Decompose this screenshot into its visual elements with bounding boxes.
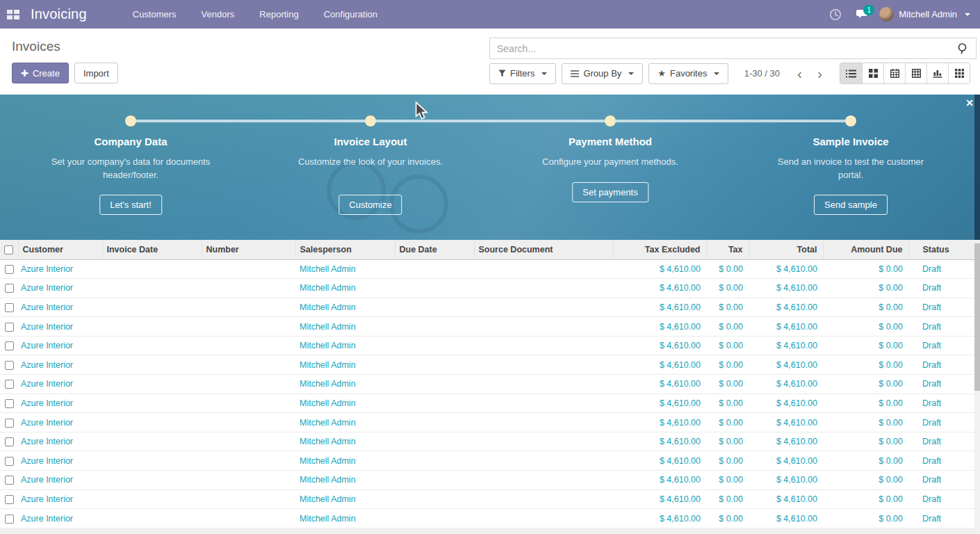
row-checkbox[interactable] [5, 476, 14, 485]
cell-number[interactable] [202, 509, 295, 528]
cell-tax-excluded[interactable]: $ 4,610.00 [613, 336, 706, 355]
search-input[interactable] [490, 43, 950, 54]
cell-customer[interactable]: Azure Interior [18, 279, 102, 298]
cell-due-date[interactable] [395, 259, 474, 279]
cell-number[interactable] [202, 375, 295, 394]
cell-status[interactable]: Draft [908, 509, 980, 528]
cell-amount-due[interactable]: $ 0.00 [823, 298, 908, 317]
cell-status[interactable]: Draft [908, 375, 980, 394]
col-status[interactable]: Status [908, 240, 980, 259]
cell-total[interactable]: $ 4,610.00 [749, 509, 823, 528]
cell-amount-due[interactable]: $ 0.00 [823, 394, 908, 413]
pivot-view-icon[interactable] [905, 63, 926, 83]
cell-total[interactable]: $ 4,610.00 [749, 298, 823, 317]
cell-total[interactable]: $ 4,610.00 [749, 432, 823, 451]
cell-customer[interactable]: Azure Interior [18, 509, 102, 528]
app-brand-title[interactable]: Invoicing [31, 6, 87, 22]
cell-source-document[interactable] [474, 490, 613, 509]
cell-tax[interactable]: $ 0.00 [706, 259, 749, 279]
create-button[interactable]: ✚ Create [12, 63, 69, 83]
cell-salesperson[interactable]: Mitchell Admin [295, 298, 395, 317]
cell-tax[interactable]: $ 0.00 [706, 394, 749, 413]
cell-invoice-date[interactable] [102, 490, 202, 509]
cell-invoice-date[interactable] [102, 355, 202, 375]
cell-customer[interactable]: Azure Interior [18, 490, 102, 509]
cell-salesperson[interactable]: Mitchell Admin [295, 432, 395, 451]
cell-tax-excluded[interactable]: $ 4,610.00 [613, 413, 706, 432]
cell-total[interactable]: $ 4,610.00 [749, 336, 823, 355]
set-payments-button[interactable]: Set payments [572, 182, 648, 202]
cell-tax-excluded[interactable]: $ 4,610.00 [613, 509, 706, 528]
cell-tax[interactable]: $ 0.00 [706, 375, 749, 394]
cell-tax-excluded[interactable]: $ 4,610.00 [613, 451, 706, 471]
invoice-row[interactable]: Azure Interior Mitchell Admin $ 4,610.00… [0, 336, 980, 355]
cell-amount-due[interactable]: $ 0.00 [823, 413, 908, 432]
invoice-row[interactable]: Azure Interior Mitchell Admin $ 4,610.00… [0, 259, 980, 279]
col-invoice-date[interactable]: Invoice Date [102, 240, 202, 259]
apps-menu-icon[interactable] [0, 0, 26, 29]
cell-tax[interactable]: $ 0.00 [706, 413, 749, 432]
cell-number[interactable] [202, 279, 295, 298]
cell-amount-due[interactable]: $ 0.00 [823, 509, 908, 528]
cell-invoice-date[interactable] [102, 471, 202, 490]
cell-customer[interactable]: Azure Interior [18, 355, 102, 375]
cell-amount-due[interactable]: $ 0.00 [823, 432, 908, 451]
cell-total[interactable]: $ 4,610.00 [749, 279, 823, 298]
cell-number[interactable] [202, 490, 295, 509]
calendar-view-icon[interactable] [883, 63, 905, 83]
menu-configuration[interactable]: Configuration [311, 0, 390, 29]
cell-amount-due[interactable]: $ 0.00 [823, 355, 908, 375]
col-customer[interactable]: Customer [18, 240, 102, 259]
select-all-checkbox[interactable] [4, 245, 13, 254]
cell-due-date[interactable] [395, 279, 474, 298]
scrollbar-thumb[interactable] [974, 243, 980, 391]
activity-view-icon[interactable] [948, 63, 970, 83]
cell-salesperson[interactable]: Mitchell Admin [295, 509, 395, 528]
cell-customer[interactable]: Azure Interior [18, 432, 102, 451]
cell-status[interactable]: Draft [908, 471, 980, 490]
cell-number[interactable] [202, 336, 295, 355]
close-icon[interactable]: ✕ [965, 97, 974, 109]
cell-tax[interactable]: $ 0.00 [706, 279, 749, 298]
cell-customer[interactable]: Azure Interior [18, 259, 102, 279]
cell-status[interactable]: Draft [908, 451, 980, 471]
cell-tax-excluded[interactable]: $ 4,610.00 [613, 471, 706, 490]
cell-tax-excluded[interactable]: $ 4,610.00 [613, 375, 706, 394]
row-checkbox[interactable] [5, 341, 14, 350]
cell-invoice-date[interactable] [102, 432, 202, 451]
send-sample-button[interactable]: Send sample [814, 195, 888, 215]
cell-invoice-date[interactable] [102, 317, 202, 337]
cell-tax-excluded[interactable]: $ 4,610.00 [613, 432, 706, 451]
cell-tax[interactable]: $ 0.00 [706, 432, 749, 451]
cell-number[interactable] [202, 413, 295, 432]
cell-tax-excluded[interactable]: $ 4,610.00 [613, 259, 706, 279]
cell-source-document[interactable] [474, 394, 613, 413]
customize-button[interactable]: Customize [338, 195, 402, 215]
cell-due-date[interactable] [395, 298, 474, 317]
cell-salesperson[interactable]: Mitchell Admin [295, 490, 395, 509]
menu-vendors[interactable]: Vendors [189, 0, 247, 29]
favorites-dropdown[interactable]: ★ Favorites [648, 63, 728, 84]
search-icon[interactable] [950, 42, 976, 54]
cell-customer[interactable]: Azure Interior [18, 413, 102, 432]
cell-salesperson[interactable]: Mitchell Admin [295, 317, 395, 337]
cell-salesperson[interactable]: Mitchell Admin [295, 394, 395, 413]
cell-customer[interactable]: Azure Interior [18, 317, 102, 337]
cell-due-date[interactable] [395, 375, 474, 394]
messages-icon[interactable]: 1 [851, 0, 875, 29]
activities-clock-icon[interactable] [824, 0, 847, 29]
pager-previous-icon[interactable]: ‹ [790, 65, 810, 83]
col-tax-excluded[interactable]: Tax Excluded [613, 240, 706, 259]
cell-number[interactable] [202, 451, 295, 471]
cell-source-document[interactable] [474, 509, 613, 528]
cell-invoice-date[interactable] [102, 413, 202, 432]
cell-invoice-date[interactable] [102, 259, 202, 279]
col-number[interactable]: Number [202, 240, 295, 259]
cell-invoice-date[interactable] [102, 279, 202, 298]
cell-invoice-date[interactable] [102, 451, 202, 471]
cell-tax[interactable]: $ 0.00 [706, 490, 749, 509]
cell-tax-excluded[interactable]: $ 4,610.00 [613, 490, 706, 509]
cell-invoice-date[interactable] [102, 375, 202, 394]
col-due-date[interactable]: Due Date [395, 240, 474, 259]
cell-total[interactable]: $ 4,610.00 [749, 413, 823, 432]
